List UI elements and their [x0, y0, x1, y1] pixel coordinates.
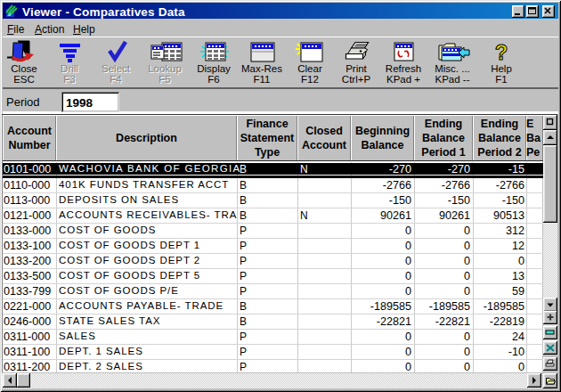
svg-text:?: ?	[495, 40, 508, 63]
